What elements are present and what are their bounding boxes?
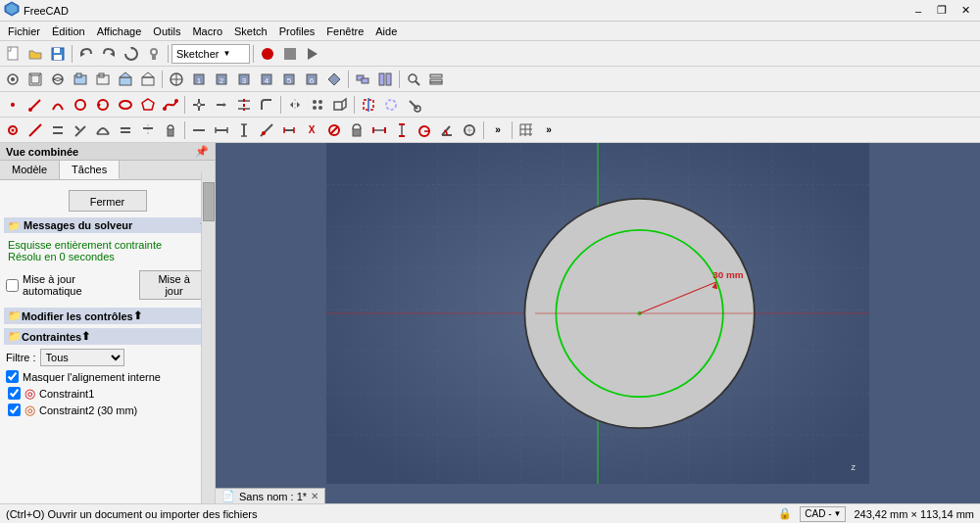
con-perp-btn[interactable] [70,119,91,141]
view-btn-2[interactable] [24,69,46,90]
menu-item-sketch[interactable]: Sketch [228,24,273,39]
view-btn-8[interactable] [166,69,187,90]
close-sketcher-button[interactable]: Fermer [69,190,147,212]
menu-item-macro[interactable]: Macro [186,24,228,39]
view-btn-4[interactable] [70,69,91,90]
viewport[interactable]: 30 mm Z 📄 Sans nom : 1* ✕ [216,143,980,503]
polygon-btn[interactable] [137,94,159,116]
tab-modele[interactable]: Modèle [0,161,60,179]
layers-btn[interactable] [425,69,447,90]
more2-btn[interactable]: » [538,119,560,141]
con-vert-btn[interactable] [233,119,255,141]
con-lock-btn[interactable] [346,119,368,141]
save-button[interactable] [47,43,69,65]
con-symmetry-btn[interactable] [278,119,300,141]
panel-scroll-thumb[interactable] [203,182,215,221]
view-btn-10[interactable]: 2 [211,69,232,90]
undo-button[interactable] [75,43,97,65]
external-btn[interactable] [358,94,379,116]
view-btn-15[interactable] [323,69,345,90]
array-btn[interactable] [307,94,328,116]
maximize-button[interactable]: ❐ [931,2,953,20]
menu-item-fenetre[interactable]: Fenêtre [320,24,369,39]
view-btn-11[interactable]: 3 [233,69,255,90]
view-btn-9[interactable]: 1 [188,69,210,90]
redo-button[interactable] [98,43,120,65]
fillet-btn[interactable] [256,94,277,116]
solver-section-header[interactable]: 📁 Messages du solveur ⬆ [4,217,211,233]
refresh-button[interactable] [121,43,142,65]
menu-item-profiles[interactable]: Profiles [273,24,321,39]
con-refine-btn[interactable] [459,119,480,141]
menu-item-fichier[interactable]: Fichier [2,24,46,39]
menu-item-edition[interactable]: Édition [46,24,91,39]
con-horiz-btn[interactable] [211,119,232,141]
circle2-btn[interactable] [92,94,114,116]
extend-btn[interactable] [211,94,232,116]
tab-close-button[interactable]: ✕ [311,491,318,501]
view-btn-7[interactable] [137,69,159,90]
view-btn-14[interactable]: 6 [301,69,322,90]
trim-btn[interactable] [188,94,210,116]
open-file-button[interactable] [24,43,46,65]
con-line-btn[interactable] [24,119,46,141]
view-btn-5[interactable] [92,69,114,90]
magnify-btn[interactable] [403,69,424,90]
con-angle-btn[interactable] [436,119,458,141]
con-x-btn[interactable]: X [301,119,322,141]
help-button[interactable] [143,43,165,65]
red-circle-button[interactable] [257,43,278,65]
line-btn[interactable] [24,94,46,116]
constraint2-checkbox[interactable] [8,404,21,416]
con-dist-h-btn[interactable] [368,119,390,141]
mirror-btn[interactable] [284,94,306,116]
view-btn-6[interactable] [115,69,136,90]
auto-update-checkbox[interactable] [6,279,19,292]
con-par-btn[interactable] [47,119,69,141]
con-block-btn[interactable] [160,119,181,141]
masquer-checkbox[interactable] [6,370,19,383]
gray-square-button[interactable] [279,43,301,65]
menu-item-aide[interactable]: Aide [369,24,403,39]
constraints-section-header[interactable]: 📁 Contraintes ⬆ [4,328,211,345]
new-file-button[interactable] [2,43,24,65]
bspline-btn[interactable] [160,94,181,116]
menu-item-affichage[interactable]: Affichage [91,24,148,39]
point-btn[interactable]: • [2,94,24,116]
modify-section-header[interactable]: 📁 Modifier les contrôles ⬆ [4,308,211,324]
play-button[interactable] [302,43,323,65]
con-hv-btn[interactable] [188,119,210,141]
workbench-dropdown[interactable]: Sketcher ▼ [172,44,250,64]
tab-taches[interactable]: Tâches [60,161,120,179]
filter-select[interactable]: TousNormalConstruction [40,349,124,366]
constraint-item-1[interactable]: ◎ Constraint1 [4,385,211,402]
constraint1-checkbox[interactable] [8,387,21,400]
con-coinc-btn[interactable] [2,119,24,141]
constraint-item-2[interactable]: ◎ Constraint2 (30 mm) [4,402,211,418]
con-sym-btn[interactable] [137,119,159,141]
panel-scrollbar[interactable] [201,172,215,503]
view-btn-1[interactable] [2,69,24,90]
con-equal-btn[interactable] [115,119,136,141]
view-btn-12[interactable]: 4 [256,69,277,90]
sketch-btn[interactable] [329,94,351,116]
view-btn-16[interactable] [352,69,373,90]
helper-btn[interactable] [380,94,402,116]
view-btn-3[interactable] [47,69,69,90]
ellipse-btn[interactable] [115,94,136,116]
arc-btn[interactable] [47,94,69,116]
view-btn-13[interactable]: 5 [278,69,300,90]
con-radius-btn[interactable] [414,119,435,141]
con-point-on-btn[interactable] [256,119,277,141]
close-button[interactable]: ✕ [955,2,976,20]
cad-badge[interactable]: CAD - ▼ [800,506,846,522]
con-dist-v-btn[interactable] [391,119,413,141]
grid-btn[interactable] [515,119,537,141]
update-button[interactable]: Mise à jour [139,270,209,300]
view-btn-17[interactable] [374,69,396,90]
minimize-button[interactable]: – [907,2,929,20]
circle-btn[interactable] [70,94,91,116]
menu-item-outils[interactable]: Outils [147,24,186,39]
panel-pin-button[interactable]: 📌 [195,145,209,158]
attach-btn[interactable] [403,94,424,116]
